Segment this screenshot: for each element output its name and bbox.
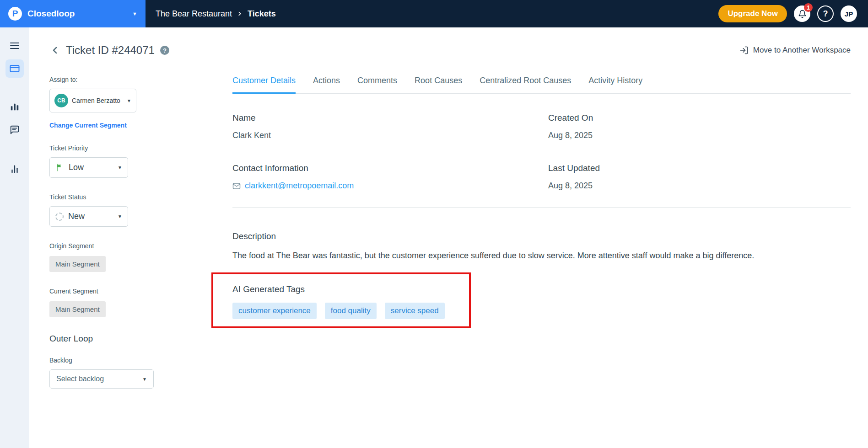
ticket-priority-label: Ticket Priority (49, 144, 159, 152)
tab-root-causes[interactable]: Root Causes (415, 76, 462, 94)
tag-chip: customer experience (232, 303, 317, 319)
tickets-icon (9, 63, 20, 74)
description-section: Description The food at The Bear was fan… (232, 231, 851, 261)
red-annotation-box (211, 272, 471, 328)
created-on-field: Created On Aug 8, 2025 (548, 113, 851, 140)
last-updated-value: Aug 8, 2025 (548, 181, 851, 191)
tab-customer-details[interactable]: Customer Details (232, 76, 296, 94)
upgrade-now-button[interactable]: Upgrade Now (718, 5, 787, 22)
origin-segment-label: Origin Segment (49, 242, 159, 250)
envelope-icon (232, 182, 241, 190)
chevron-down-icon: ▼ (142, 377, 147, 382)
change-segment-link[interactable]: Change Current Segment (49, 122, 159, 129)
sidebar (0, 27, 29, 448)
move-workspace-icon (739, 46, 749, 55)
flag-icon (55, 163, 64, 172)
name-label: Name (232, 113, 548, 123)
priority-dropdown[interactable]: Low ▼ (49, 157, 128, 178)
chevron-down-icon: ▼ (132, 11, 137, 16)
name-field: Name Clark Kent (232, 113, 548, 140)
section-divider (232, 207, 851, 208)
assign-to-label: Assign to: (49, 76, 159, 83)
breadcrumb-tickets[interactable]: Tickets (248, 9, 276, 19)
move-workspace-button[interactable]: Move to Another Workspace (739, 46, 851, 55)
user-avatar[interactable]: JP (841, 5, 857, 22)
brand-name: Closedloop (27, 9, 75, 19)
chevron-down-icon: ▼ (118, 165, 122, 170)
priority-value: Low (69, 163, 84, 172)
analytics-icon (10, 164, 20, 174)
ai-tags-label: AI Generated Tags (232, 284, 445, 294)
status-value: New (68, 212, 85, 221)
chevron-down-icon: ▼ (118, 214, 122, 219)
last-updated-label: Last Updated (548, 163, 851, 173)
created-on-label: Created On (548, 113, 851, 123)
ticket-status-label: Ticket Status (49, 193, 159, 201)
customer-fields: Name Clark Kent Created On Aug 8, 2025 C… (232, 113, 851, 191)
description-label: Description (232, 231, 851, 241)
notifications-button[interactable]: 1 (794, 5, 810, 22)
current-segment-label: Current Segment (49, 288, 159, 295)
title-help-icon[interactable]: ? (160, 46, 169, 55)
tag-chip: food quality (325, 303, 377, 319)
breadcrumb-workspace[interactable]: The Bear Restaurant (156, 9, 232, 19)
ticket-properties-panel: Assign to: CB Carmen Berzatto ▼ Change C… (49, 76, 159, 389)
backlog-value: Select backlog (56, 375, 104, 383)
sidebar-item-conversations[interactable] (5, 121, 24, 139)
topbar-actions: Upgrade Now 1 ? JP (718, 5, 868, 22)
origin-segment-chip: Main Segment (49, 256, 106, 272)
ticket-details-panel: Customer Details Actions Comments Root C… (232, 76, 851, 389)
chevron-down-icon: ▼ (127, 98, 131, 103)
outer-loop-heading: Outer Loop (49, 334, 159, 344)
assignee-avatar: CB (54, 94, 68, 107)
contact-information-label: Contact Information (232, 163, 548, 173)
created-on-value: Aug 8, 2025 (548, 131, 851, 140)
status-dropdown[interactable]: New ▼ (49, 206, 128, 227)
assignee-name: Carmen Berzatto (72, 97, 120, 104)
sidebar-item-tickets[interactable] (5, 59, 24, 78)
ai-tags-row: customer experience food quality service… (232, 303, 445, 319)
backlog-label: Backlog (49, 357, 159, 364)
bar-chart-icon (10, 102, 20, 112)
last-updated-field: Last Updated Aug 8, 2025 (548, 163, 851, 191)
ticket-page: Ticket ID #244071 ? Move to Another Work… (29, 27, 868, 448)
tab-activity-history[interactable]: Activity History (588, 76, 642, 94)
workspace-switcher-button[interactable]: P Closedloop ▼ (0, 0, 146, 27)
topbar: P Closedloop ▼ The Bear Restaurant Ticke… (0, 0, 868, 27)
backlog-dropdown[interactable]: Select backlog ▼ (49, 369, 154, 389)
notification-badge: 1 (804, 3, 813, 12)
chevron-right-icon (237, 11, 243, 17)
page-header: Ticket ID #244071 ? Move to Another Work… (49, 44, 851, 57)
chevron-left-icon (49, 45, 60, 56)
sidebar-item-reports[interactable] (5, 98, 24, 116)
tab-bar: Customer Details Actions Comments Root C… (232, 76, 851, 94)
tab-actions[interactable]: Actions (313, 76, 340, 94)
breadcrumb: The Bear Restaurant Tickets (156, 9, 276, 19)
tab-comments[interactable]: Comments (357, 76, 397, 94)
tab-centralized-root-causes[interactable]: Centralized Root Causes (480, 76, 571, 94)
page-title: Ticket ID #244071 (66, 44, 155, 57)
move-workspace-label: Move to Another Workspace (753, 46, 851, 55)
description-text: The food at The Bear was fantastic, but … (232, 250, 851, 261)
status-new-icon (55, 213, 64, 221)
assignee-dropdown[interactable]: CB Carmen Berzatto ▼ (49, 89, 136, 112)
current-segment-chip: Main Segment (49, 301, 106, 317)
name-value: Clark Kent (232, 131, 548, 140)
contact-information-field: Contact Information clarkkent@metropoema… (232, 163, 548, 191)
chat-icon (10, 125, 20, 135)
help-button[interactable]: ? (817, 5, 834, 22)
tag-chip: service speed (385, 303, 445, 319)
ai-generated-tags-section: AI Generated Tags customer experience fo… (232, 284, 445, 319)
customer-email-link[interactable]: clarkkent@metropoemail.com (245, 181, 354, 191)
sidebar-item-analytics[interactable] (5, 160, 24, 178)
brand-logo-icon: P (8, 7, 22, 21)
menu-icon[interactable] (5, 37, 24, 55)
back-button[interactable] (49, 45, 60, 56)
